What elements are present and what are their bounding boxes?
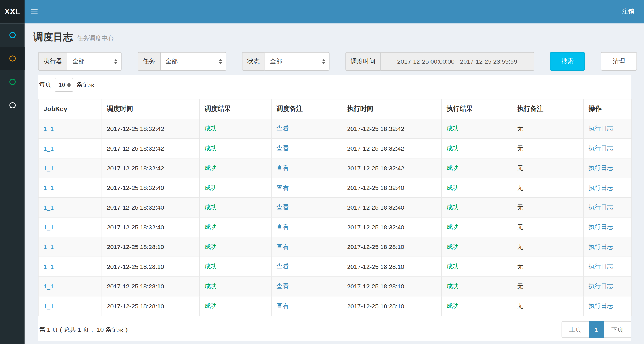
- sidebar-item[interactable]: [0, 94, 25, 117]
- trigger-time-input[interactable]: [380, 52, 534, 71]
- execution-log-link[interactable]: 执行日志: [589, 243, 613, 250]
- action-cell: 执行日志: [583, 178, 631, 197]
- table-panel: 每页 10 条记录 JobKey 调度时间 调度结果 调度备: [38, 75, 631, 341]
- view-trigger-msg-link[interactable]: 查看: [276, 184, 289, 191]
- per-page-label: 每页: [39, 81, 51, 89]
- col-header-handle-msg: 执行备注: [512, 99, 583, 119]
- per-page-suffix: 条记录: [76, 81, 95, 89]
- execution-log-link[interactable]: 执行日志: [589, 125, 613, 132]
- filter-toolbar: 执行器 全部 任务 全部 状态 全部: [38, 52, 637, 71]
- trigger-result-cell: 成功: [199, 257, 271, 276]
- trigger-time-cell: 2017-12-25 18:28:10: [102, 296, 200, 316]
- execution-log-link[interactable]: 执行日志: [589, 302, 613, 309]
- trigger-time-cell: 2017-12-25 18:32:40: [102, 217, 200, 237]
- view-trigger-msg-link[interactable]: 查看: [276, 243, 289, 250]
- next-page-button[interactable]: 下页: [604, 321, 631, 338]
- trigger-result-cell: 成功: [199, 237, 271, 257]
- view-trigger-msg-link[interactable]: 查看: [276, 302, 289, 309]
- trigger-msg-cell: 查看: [271, 119, 342, 138]
- handle-msg-cell: 无: [512, 296, 583, 316]
- prev-page-button[interactable]: 上页: [561, 321, 589, 338]
- jobkey-link[interactable]: 1_1: [44, 184, 54, 191]
- trigger-msg-cell: 查看: [271, 257, 342, 276]
- jobkey-cell: 1_1: [38, 178, 102, 197]
- jobkey-link[interactable]: 1_1: [44, 243, 54, 250]
- log-table-body: 1_1 2017-12-25 18:32:42 成功 查看 2017-12-25…: [38, 119, 631, 316]
- view-trigger-msg-link[interactable]: 查看: [276, 204, 289, 211]
- pagination: 上页 1 下页: [561, 321, 631, 338]
- executor-filter-label: 执行器: [38, 52, 67, 71]
- handle-time-cell: 2017-12-25 18:32:42: [342, 158, 441, 178]
- trigger-msg-cell: 查看: [271, 178, 342, 197]
- trigger-msg-cell: 查看: [271, 217, 342, 237]
- page-subtitle: 任务调度中心: [77, 34, 114, 42]
- execution-log-link[interactable]: 执行日志: [589, 144, 613, 151]
- logout-link[interactable]: 注销: [612, 0, 644, 23]
- trigger-result-cell: 成功: [199, 197, 271, 217]
- executor-select[interactable]: 全部: [67, 52, 121, 71]
- handle-result-cell: 成功: [441, 158, 512, 178]
- view-trigger-msg-link[interactable]: 查看: [276, 125, 289, 132]
- circle-icon: [9, 102, 15, 108]
- navbar-spacer: [44, 0, 612, 23]
- trigger-result-cell: 成功: [199, 296, 271, 316]
- trigger-msg-cell: 查看: [271, 276, 342, 296]
- sidebar-item[interactable]: [0, 47, 25, 70]
- pagination-info: 第 1 页 ( 总共 1 页， 10 条记录 ): [39, 326, 128, 334]
- handle-result-cell: 成功: [441, 276, 512, 296]
- execution-log-link[interactable]: 执行日志: [589, 282, 613, 289]
- app-logo[interactable]: XXL: [0, 0, 25, 23]
- trigger-time-cell: 2017-12-25 18:32:40: [102, 197, 200, 217]
- sidebar-item[interactable]: [0, 70, 25, 94]
- handle-result-text: 成功: [446, 302, 459, 309]
- action-cell: 执行日志: [583, 217, 631, 237]
- jobkey-link[interactable]: 1_1: [44, 283, 54, 290]
- clear-button[interactable]: 清理: [601, 52, 637, 71]
- jobkey-link[interactable]: 1_1: [44, 224, 54, 230]
- trigger-time-cell: 2017-12-25 18:32:42: [102, 138, 200, 158]
- execution-log-link[interactable]: 执行日志: [589, 184, 613, 191]
- jobkey-link[interactable]: 1_1: [44, 204, 54, 211]
- trigger-msg-cell: 查看: [271, 138, 342, 158]
- execution-log-link[interactable]: 执行日志: [589, 164, 613, 171]
- status-filter-group: 状态 全部: [242, 52, 330, 71]
- jobkey-link[interactable]: 1_1: [44, 125, 54, 132]
- trigger-time-cell: 2017-12-25 18:28:10: [102, 276, 200, 296]
- search-button[interactable]: 搜索: [550, 52, 585, 71]
- log-table-header: JobKey 调度时间 调度结果 调度备注 执行时间 执行结果 执行备注 操作: [38, 99, 631, 119]
- job-select[interactable]: 全部: [160, 52, 226, 71]
- jobkey-cell: 1_1: [38, 119, 102, 138]
- jobkey-link[interactable]: 1_1: [44, 263, 54, 270]
- log-table: JobKey 调度时间 调度结果 调度备注 执行时间 执行结果 执行备注 操作 …: [38, 99, 632, 316]
- handle-result-cell: 成功: [441, 119, 512, 138]
- view-trigger-msg-link[interactable]: 查看: [276, 164, 289, 171]
- handle-time-cell: 2017-12-25 18:32:40: [342, 197, 441, 217]
- table-row: 1_1 2017-12-25 18:32:42 成功 查看 2017-12-25…: [38, 138, 631, 158]
- status-select[interactable]: 全部: [265, 52, 330, 71]
- trigger-time-cell: 2017-12-25 18:32:40: [102, 178, 200, 197]
- action-cell: 执行日志: [583, 138, 631, 158]
- execution-log-link[interactable]: 执行日志: [589, 263, 613, 270]
- jobkey-link[interactable]: 1_1: [44, 302, 54, 309]
- execution-log-link[interactable]: 执行日志: [589, 223, 613, 230]
- status-filter-label: 状态: [242, 52, 265, 71]
- jobkey-link[interactable]: 1_1: [44, 164, 54, 171]
- per-page-select[interactable]: 10: [55, 78, 73, 92]
- trigger-time-cell: 2017-12-25 18:32:42: [102, 158, 200, 178]
- handle-result-text: 成功: [446, 243, 459, 250]
- handle-result-cell: 成功: [441, 178, 512, 197]
- jobkey-link[interactable]: 1_1: [44, 145, 54, 152]
- content-area: 调度日志 任务调度中心 执行器 全部 任务 全部 状态: [25, 23, 644, 344]
- sidebar-item[interactable]: [0, 23, 25, 47]
- hamburger-icon: [31, 9, 38, 14]
- view-trigger-msg-link[interactable]: 查看: [276, 263, 289, 270]
- jobkey-cell: 1_1: [38, 197, 102, 217]
- view-trigger-msg-link[interactable]: 查看: [276, 282, 289, 289]
- current-page-button[interactable]: 1: [589, 321, 604, 338]
- view-trigger-msg-link[interactable]: 查看: [276, 144, 289, 151]
- view-trigger-msg-link[interactable]: 查看: [276, 223, 289, 230]
- executor-filter-group: 执行器 全部: [38, 52, 121, 71]
- sidebar-toggle-button[interactable]: [25, 0, 44, 23]
- action-cell: 执行日志: [583, 296, 631, 316]
- execution-log-link[interactable]: 执行日志: [589, 204, 613, 211]
